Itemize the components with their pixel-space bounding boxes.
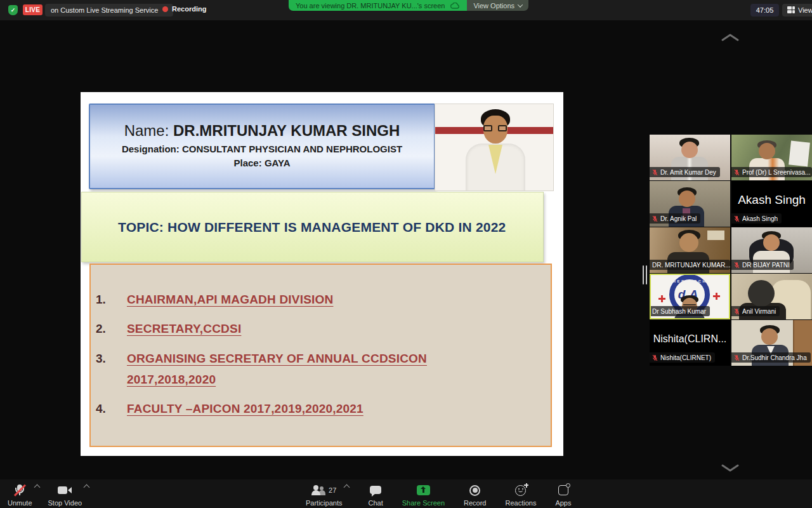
participant-tile-active-speaker[interactable]: RESEARCH dA Dr Subhash Kumar bbox=[650, 274, 730, 319]
video-options-chevron[interactable] bbox=[84, 485, 90, 491]
share-screen-icon bbox=[417, 485, 430, 495]
credentials-box: 1. CHAIRMAN,API MAGADH DIVISION 2. SECRE… bbox=[89, 264, 552, 447]
participant-tile[interactable]: DR. MRITUNJAY KUMAR... bbox=[650, 227, 730, 273]
participant-name-label: Anil Virmani bbox=[731, 306, 780, 316]
chevron-down-icon bbox=[518, 2, 523, 7]
view-button[interactable]: View bbox=[782, 4, 812, 17]
presentation-slide: Name: DR.MRITUNJAY KUMAR SINGH Designati… bbox=[81, 92, 563, 456]
participants-button[interactable]: 27 Participants bbox=[306, 484, 342, 507]
muted-mic-icon bbox=[734, 215, 740, 222]
share-screen-button[interactable]: Share Screen bbox=[402, 484, 445, 507]
scroll-participants-down-button[interactable] bbox=[721, 464, 740, 472]
credential-item: 2. SECRETARY,CCDSI bbox=[96, 318, 538, 339]
participant-tile[interactable]: Dr. Amit Kumar Dey bbox=[650, 135, 730, 180]
presenter-name-line: Name: DR.MRITUNJAY KUMAR SINGH bbox=[90, 122, 434, 140]
cloud-icon bbox=[450, 3, 460, 9]
participant-tile[interactable]: Anil Virmani bbox=[731, 274, 812, 319]
item-number: 4. bbox=[96, 398, 127, 419]
item-text: SECRETARY,CCDSI bbox=[127, 318, 241, 339]
item-number: 3. bbox=[96, 348, 127, 391]
item-text: CHAIRMAN,API MAGADH DIVISION bbox=[127, 289, 333, 310]
security-shield-icon[interactable]: ✓ bbox=[8, 5, 18, 15]
recording-label: Recording bbox=[172, 5, 206, 13]
participant-tile[interactable]: DR BIJAY PATNI bbox=[731, 227, 812, 273]
apps-button[interactable]: Apps bbox=[555, 484, 571, 507]
live-stream-service-dropdown[interactable]: on Custom Live Streaming Service bbox=[45, 4, 173, 17]
participant-name-label: Nishita(CLIRNET) bbox=[650, 352, 715, 363]
view-options-button[interactable]: View Options bbox=[467, 0, 528, 11]
viewing-banner-text-wrap: You are viewing DR. MRITUNJAY KU...'s sc… bbox=[289, 0, 467, 11]
muted-mic-icon bbox=[734, 354, 740, 361]
participant-count-badge: 27 bbox=[329, 486, 336, 494]
presenter-photo bbox=[435, 104, 554, 191]
reactions-button[interactable]: Reactions bbox=[505, 484, 536, 507]
muted-mic-icon bbox=[734, 308, 740, 315]
red-cross-icon bbox=[658, 295, 665, 302]
topic-banner: TOPIC: HOW DIFFERENT IS MANAGEMENT OF DK… bbox=[81, 192, 544, 262]
grid-view-icon bbox=[787, 6, 795, 14]
chat-button[interactable]: Chat bbox=[368, 484, 383, 507]
meeting-timer: 47:05 bbox=[750, 4, 779, 17]
stream-service-label: on Custom Live Streaming Service bbox=[51, 6, 158, 14]
mic-muted-icon bbox=[14, 484, 25, 497]
participants-options-chevron[interactable] bbox=[344, 485, 350, 491]
participant-name-label: DR BIJAY PATNI bbox=[731, 260, 794, 270]
participant-tile[interactable]: Dr. Agnik Pal bbox=[650, 181, 730, 227]
recording-indicator: Recording bbox=[162, 5, 206, 13]
participants-strip: Dr. Amit Kumar Dey Prof (Dr) L Sreenivas… bbox=[650, 135, 812, 366]
stop-video-button[interactable]: Stop Video bbox=[48, 484, 82, 507]
muted-mic-icon bbox=[652, 169, 658, 176]
recording-dot-icon bbox=[162, 6, 168, 12]
participant-name-label: Akash Singh bbox=[731, 213, 782, 224]
bottom-toolbar: Unmute Stop Video 27 Particip bbox=[0, 479, 812, 508]
participant-tile[interactable]: Akash Singh Akash Singh bbox=[731, 181, 812, 227]
camera-icon bbox=[58, 486, 72, 495]
panel-resize-handle[interactable] bbox=[643, 265, 647, 284]
participant-tile[interactable]: Dr.Sudhir Chandra Jha bbox=[731, 320, 812, 366]
scroll-participants-up-button[interactable] bbox=[721, 33, 740, 42]
participants-icon bbox=[311, 485, 325, 496]
participant-tile[interactable]: Nishita(CLIRN... Nishita(CLIRNET) bbox=[650, 320, 730, 366]
record-icon bbox=[469, 485, 480, 496]
participant-name-label: Prof (Dr) L Sreenivasa... bbox=[731, 167, 812, 177]
item-number: 2. bbox=[96, 318, 127, 339]
viewing-banner-text: You are viewing DR. MRITUNJAY KU...'s sc… bbox=[296, 2, 445, 10]
presenter-designation: Designation: CONSULTANT PHYSICIAN AND NE… bbox=[90, 144, 434, 154]
credential-item: 1. CHAIRMAN,API MAGADH DIVISION bbox=[96, 289, 538, 310]
presenter-name-card: Name: DR.MRITUNJAY KUMAR SINGH Designati… bbox=[89, 104, 435, 189]
participant-name-label: DR. MRITUNJAY KUMAR... bbox=[650, 260, 730, 270]
zoom-meeting-window: ✓ LIVE on Custom Live Streaming Service … bbox=[0, 0, 812, 508]
muted-mic-icon bbox=[734, 169, 740, 176]
muted-mic-icon bbox=[652, 215, 658, 222]
presenter-name: DR.MRITUNJAY KUMAR SINGH bbox=[173, 122, 400, 139]
live-badge: LIVE bbox=[23, 4, 43, 15]
credential-item: 3. ORGANISING SECRETARY OF ANNUAL CCDSIC… bbox=[96, 348, 538, 391]
chat-icon bbox=[370, 485, 381, 496]
participant-name-label: Dr. Amit Kumar Dey bbox=[650, 167, 720, 177]
topic-title: TOPIC: HOW DIFFERENT IS MANAGEMENT OF DK… bbox=[82, 220, 506, 235]
unmute-options-chevron[interactable] bbox=[34, 485, 40, 491]
unmute-button[interactable]: Unmute bbox=[8, 484, 32, 507]
screen-share-banner: You are viewing DR. MRITUNJAY KU...'s sc… bbox=[289, 0, 528, 11]
chevron-down-icon bbox=[721, 464, 740, 472]
red-cross-icon bbox=[713, 293, 720, 300]
apps-icon bbox=[558, 485, 568, 495]
muted-mic-icon bbox=[652, 354, 658, 361]
credential-item: 4. FACULTY –APICON 2017,2019,2020,2021 bbox=[96, 398, 538, 419]
participant-name-label: Dr. Agnik Pal bbox=[650, 213, 700, 224]
top-bar: ✓ LIVE on Custom Live Streaming Service … bbox=[0, 0, 812, 20]
presenter-place: Place: GAYA bbox=[90, 157, 434, 168]
item-text: ORGANISING SECRETARY OF ANNUAL CCDSICON … bbox=[127, 348, 469, 391]
item-number: 1. bbox=[96, 289, 127, 310]
participant-tile[interactable]: Prof (Dr) L Sreenivasa... bbox=[731, 135, 812, 180]
reactions-icon bbox=[515, 485, 526, 496]
participant-name-label: Dr.Sudhir Chandra Jha bbox=[731, 352, 811, 363]
chevron-up-icon bbox=[721, 33, 740, 42]
participant-name-label: Dr Subhash Kumar bbox=[650, 306, 710, 316]
muted-mic-icon bbox=[734, 262, 740, 269]
item-text: FACULTY –APICON 2017,2019,2020,2021 bbox=[127, 398, 363, 419]
record-button[interactable]: Record bbox=[464, 484, 486, 507]
